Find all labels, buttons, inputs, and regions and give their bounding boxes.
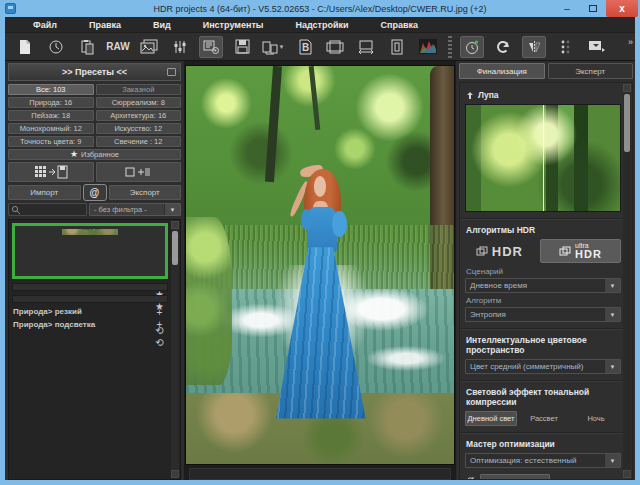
import-button[interactable]: Импорт: [8, 185, 81, 200]
scroll-down-button[interactable]: [623, 470, 631, 478]
menu-item-5[interactable]: Надстройки: [295, 20, 348, 30]
scenario-dropdown[interactable]: Дневное время ▼: [465, 278, 621, 293]
combine-presets-button[interactable]: [96, 162, 182, 182]
preset-category-grid: Все: 103ЗаказнойПрирода: 16Сюрреализм: 8…: [8, 84, 181, 147]
loupe-section-title[interactable]: Лупа: [466, 90, 621, 100]
share-at-button[interactable]: @: [83, 184, 107, 201]
menu-item-6[interactable]: Справка: [381, 20, 418, 30]
colorspace-dropdown[interactable]: Цвет средний (симметричный) ▼: [465, 359, 621, 374]
optimizer-dropdown[interactable]: Оптимизация: естественный ▼: [465, 453, 621, 468]
hdr-mode-button[interactable]: HDR: [465, 244, 534, 259]
finalize-panel: ФинализацияЭксперт Лупа Алгоритмы HDR: [456, 61, 635, 480]
algorithm-dropdown[interactable]: Энтропия ▼: [465, 307, 621, 322]
crop-frame-button[interactable]: [323, 36, 347, 58]
sync-icon[interactable]: ⟲: [155, 338, 163, 348]
chevron-down-icon: ▼: [279, 44, 285, 50]
preset-list-scrollbar[interactable]: [171, 221, 179, 478]
scenario-value: Дневное время: [470, 281, 527, 290]
loupe-preview[interactable]: [465, 104, 621, 212]
paste-button[interactable]: [75, 36, 99, 58]
toolbar-overflow-chevron[interactable]: »: [628, 37, 633, 47]
preset-thumbnail-3[interactable]: ★ + ⟲: [12, 295, 168, 303]
scrollbar-thumb[interactable]: [624, 94, 630, 152]
app-window: HDR projects 4 (64-бит) - V5.52.02653 - …: [0, 0, 640, 485]
category-button-5[interactable]: Пейзаж: 18: [8, 110, 94, 121]
scenario-label: Сценарий: [466, 267, 621, 276]
detach-panel-icon[interactable]: [167, 68, 176, 76]
preset-thumbnail-2[interactable]: ★ + ⟲: [12, 283, 168, 291]
star-icon[interactable]: ★: [155, 302, 164, 312]
category-button-3[interactable]: Природа: 16: [8, 97, 94, 108]
category-button-9[interactable]: Точность цвета: 9: [8, 136, 94, 147]
optimization-on-button[interactable]: Оптимизация вкл: [480, 474, 550, 480]
plus-icon[interactable]: +: [157, 320, 163, 330]
tonal-option-2[interactable]: Рассвет: [519, 411, 569, 426]
scrollbar-thumb[interactable]: [172, 231, 178, 265]
close-button[interactable]: x: [606, 0, 638, 17]
export-final-button[interactable]: [584, 36, 608, 58]
flip-horizontal-button[interactable]: [522, 36, 546, 58]
image-stack-button[interactable]: [137, 36, 161, 58]
loupe-label: Лупа: [478, 90, 499, 100]
minimize-button[interactable]: –: [554, 0, 580, 17]
presets-panel-header[interactable]: >> Пресеты <<: [8, 63, 181, 81]
optimizer-section-title: Мастер оптимизации: [466, 439, 621, 449]
raw-label-button[interactable]: RAW: [106, 36, 130, 58]
maximize-button[interactable]: [580, 0, 606, 17]
presets-panel: >> Пресеты << Все: 103ЗаказнойПрирода: 1…: [5, 61, 185, 480]
maximize-icon: [589, 5, 597, 12]
raw-label: RAW: [106, 41, 129, 52]
redo-button[interactable]: [491, 36, 515, 58]
preset-browser-button[interactable]: [199, 36, 223, 58]
optimization-off-button[interactable]: Оптимизация выкл: [554, 474, 622, 480]
tab-expert[interactable]: Эксперт: [548, 63, 634, 79]
tonal-option-3[interactable]: Ночь: [571, 411, 621, 426]
scroll-up-button[interactable]: [171, 221, 179, 229]
menu-item-1[interactable]: Файл: [33, 20, 57, 30]
category-button-6[interactable]: Архитектура: 16: [96, 110, 182, 121]
category-button-4[interactable]: Сюрреализм: 8: [96, 97, 182, 108]
star-icon: ★: [70, 150, 78, 159]
export-button[interactable]: Экспорт: [109, 185, 182, 200]
dots-grid-button[interactable]: [553, 36, 577, 58]
save-icon: [235, 39, 250, 54]
preset-thumb-image: [62, 229, 118, 235]
right-panel-scrollbar[interactable]: [623, 84, 631, 478]
favorites-button[interactable]: ★ Избранное: [8, 149, 181, 160]
portrait-frame-button[interactable]: [385, 36, 409, 58]
export-device-button[interactable]: ▼: [261, 36, 285, 58]
menu-item-3[interactable]: Вид: [153, 20, 171, 30]
preset-thumbnail-1[interactable]: [12, 223, 168, 279]
batch-button[interactable]: B: [292, 36, 316, 58]
sliders-button[interactable]: [168, 36, 192, 58]
scroll-down-button[interactable]: [171, 470, 179, 478]
tonal-option-1[interactable]: Дневной свет: [465, 411, 517, 426]
category-button-10[interactable]: Свечение : 12: [96, 136, 182, 147]
save-button[interactable]: [230, 36, 254, 58]
category-button-1[interactable]: Все: 103: [8, 84, 94, 95]
category-button-2[interactable]: Заказной: [96, 84, 182, 95]
histogram-button[interactable]: [416, 36, 440, 58]
timer-button[interactable]: [460, 36, 484, 58]
menu-item-2[interactable]: Правка: [89, 20, 121, 30]
menu-item-4[interactable]: Инструменты: [203, 20, 264, 30]
main-image: [185, 65, 455, 465]
save-preset-grid-button[interactable]: [8, 162, 94, 182]
section-divider: [460, 218, 632, 220]
preset-search-input[interactable]: [8, 203, 87, 216]
scroll-up-button[interactable]: [623, 84, 631, 92]
toolbar: » RAW▼B: [5, 33, 635, 61]
hdr-section-title: Алгоритмы HDR: [466, 225, 621, 235]
ultra-hdr-mode-button[interactable]: ultra HDR: [540, 239, 621, 263]
category-button-7[interactable]: Монохромный: 12: [8, 123, 94, 134]
resize-width-button[interactable]: [354, 36, 378, 58]
new-file-button[interactable]: [13, 36, 37, 58]
timer-icon: [464, 39, 480, 55]
tab-finalize[interactable]: Финализация: [459, 63, 545, 79]
favorites-label: Избранное: [81, 150, 119, 159]
sync-icon[interactable]: [465, 476, 476, 480]
preset-filter-dropdown[interactable]: - без фильтра - ▼: [89, 203, 181, 216]
portrait-frame-icon: [391, 39, 403, 55]
history-button[interactable]: [44, 36, 68, 58]
category-button-8[interactable]: Искусство: 12: [96, 123, 182, 134]
